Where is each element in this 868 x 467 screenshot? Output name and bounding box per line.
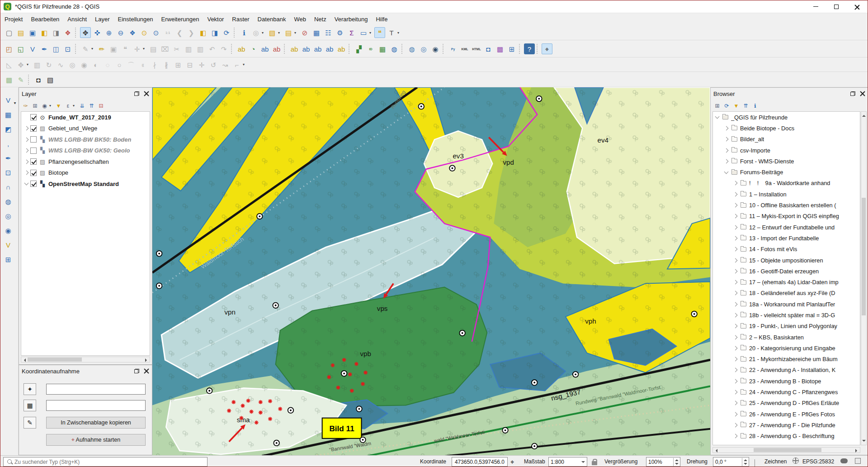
browser-row[interactable]: 10 - Offline Basiskarten erstellen ( (713, 200, 860, 210)
menu-einstellungen[interactable]: Einstellungen (114, 14, 157, 24)
expander-icon[interactable] (733, 379, 738, 383)
expander-icon[interactable] (733, 302, 738, 306)
expander-icon[interactable] (733, 434, 738, 438)
vertex-tool-dropdown-icon[interactable]: ▾ (143, 47, 147, 51)
text-annotation-dropdown-icon[interactable]: ▾ (397, 31, 401, 35)
id-tool-plugin-icon[interactable]: ID (365, 43, 376, 54)
spinner-arrows-icon[interactable] (673, 458, 679, 466)
browser-row[interactable]: ! ! 9a - Waldortkarte anhand (713, 178, 860, 189)
browser-vscrollbar[interactable] (861, 111, 867, 445)
pin-labels-icon[interactable]: ab (259, 43, 270, 54)
browser-row[interactable]: 21 - Mykorrhizabereiche um Bäum (713, 354, 860, 365)
expander-icon[interactable] (733, 368, 738, 372)
layer-row[interactable]: ▚WMS LGRB-BW BK50: Boden (21, 134, 150, 145)
layer-row[interactable]: ▨Pflanzengesellschaften (21, 156, 150, 167)
html-tools-icon[interactable]: HTML (471, 43, 482, 54)
maximize-button[interactable] (826, 0, 847, 13)
text-annotation-icon[interactable]: T (386, 27, 397, 38)
close-button[interactable] (847, 0, 868, 13)
expander-icon[interactable] (24, 171, 29, 175)
expand-all-icon[interactable]: ⇊ (78, 101, 86, 110)
move-feature-dropdown-icon[interactable]: ▾ (27, 62, 31, 67)
select-features-icon[interactable]: ▧ (267, 27, 278, 38)
close-panel-icon[interactable] (860, 91, 865, 96)
change-label-icon[interactable]: ab (336, 43, 347, 54)
current-edits-dropdown-icon[interactable]: ▾ (91, 47, 95, 51)
rotate-label-icon[interactable]: ab (324, 43, 335, 54)
osm-editor-icon[interactable]: ✎ (15, 74, 26, 85)
expander-icon[interactable] (733, 247, 738, 252)
manage-map-themes-icon[interactable]: ◉ (40, 101, 49, 110)
log-panel-icon[interactable] (855, 456, 861, 465)
layer-visibility-checkbox[interactable] (30, 148, 37, 154)
field-calculator-icon[interactable]: ☷ (323, 27, 334, 38)
add-selected-layers-icon[interactable]: ⊞ (713, 101, 722, 110)
browser-row[interactable]: Forst - WMS-Dienste (713, 156, 860, 167)
expander-icon[interactable] (733, 423, 738, 428)
menu-layer[interactable]: Layer (91, 14, 114, 24)
layer-row[interactable]: ▚WMS LGRB-BW GK50: Geolo (21, 145, 150, 157)
zoom-in-icon[interactable]: ⊕ (104, 27, 114, 38)
collapse-all-icon[interactable]: ⇈ (87, 101, 96, 110)
layout-manager-icon[interactable]: ◨ (51, 27, 61, 38)
refresh-map-icon[interactable]: ⟳ (221, 27, 232, 38)
menu-erweiterungen[interactable]: Erweiterungen (157, 14, 203, 24)
digitize-crosshair-icon[interactable]: ⌖ (542, 43, 552, 54)
menu-vektor[interactable]: Vektor (203, 14, 228, 24)
new-geopackage-layer-icon[interactable]: ◱ (15, 43, 26, 54)
add-spatialite-layer-icon[interactable]: ✒ (3, 152, 14, 163)
filter-legend-icon[interactable]: ▼ (54, 101, 63, 110)
coordinate-field-crs[interactable] (46, 384, 146, 395)
image-capture-icon[interactable]: ◘ (33, 74, 44, 85)
select-features-dropdown-icon[interactable]: ▾ (278, 31, 282, 35)
expander-icon[interactable] (24, 181, 29, 186)
crs-select-button[interactable]: ✦ (24, 383, 36, 395)
plugin-b-icon[interactable]: ▩ (495, 43, 505, 54)
minimize-button[interactable] (805, 0, 826, 13)
browser-row[interactable]: 28 - Anwendung G - Beschriftung (713, 431, 860, 442)
expander-icon[interactable] (733, 192, 738, 196)
expander-icon[interactable] (724, 126, 729, 130)
new-virtual-layer-icon[interactable]: ⊡ (62, 43, 73, 54)
add-virtual-layer-icon[interactable]: ⊡ (3, 167, 14, 178)
remove-layer-icon[interactable]: ⊟ (97, 101, 105, 110)
expander-icon[interactable] (724, 169, 729, 174)
bild11-annotation[interactable]: Bild 11 (322, 418, 362, 438)
layer-visibility-checkbox[interactable] (30, 114, 37, 120)
new-bookmark-icon[interactable]: ◧ (198, 27, 208, 38)
menu-netz[interactable]: Netz (310, 14, 330, 24)
metasearch-icon[interactable]: ◉ (430, 43, 441, 54)
browser-row[interactable]: Bilder_alt (713, 134, 860, 145)
expander-icon[interactable] (733, 258, 738, 262)
menu-hilfe[interactable]: Hilfe (372, 14, 392, 24)
start-capture-button[interactable]: ⌖ Aufnahme starten (46, 434, 146, 446)
layer-visibility-checkbox[interactable] (30, 170, 37, 176)
select-by-value-dropdown-icon[interactable]: ▾ (294, 31, 298, 35)
coordinate-field-map[interactable] (46, 400, 146, 411)
spinner-arrows-icon[interactable] (742, 458, 748, 466)
pin-unpin-labels-icon[interactable]: ab (289, 43, 300, 54)
plugin-a-icon[interactable]: ◘ (483, 43, 494, 54)
add-postgis-layer-icon[interactable]: ∩ (3, 181, 14, 192)
layer-row[interactable]: ▚OpenStreetMap Standard (21, 178, 150, 190)
lock-scale-icon[interactable] (592, 457, 597, 467)
layer-visibility-checkbox[interactable] (30, 125, 37, 132)
float-panel-icon[interactable] (850, 91, 855, 96)
epsg-status[interactable]: EPSG:25832 (802, 457, 834, 467)
menu-projekt[interactable]: Projekt (0, 14, 27, 24)
expander-icon[interactable] (733, 203, 738, 208)
browser-row[interactable]: 12 – Entwurf der Fundtabelle und (713, 222, 860, 233)
show-hide-labels-icon[interactable]: ab (301, 43, 311, 54)
select-by-value-icon[interactable]: ▤ (283, 27, 294, 38)
browser-row[interactable]: csv-Importe (713, 145, 860, 156)
browser-row[interactable]: 14 - Fotos mit eVis (713, 244, 860, 255)
deselect-features-icon[interactable]: ⊘ (299, 27, 310, 38)
expander-icon[interactable] (733, 280, 738, 285)
menu-web[interactable]: Web (290, 14, 310, 24)
mouse-track-icon[interactable]: ⌖ (510, 457, 514, 467)
menu-bearbeiten[interactable]: Bearbeiten (27, 14, 63, 24)
add-wfs-layer-icon[interactable]: ◉ (3, 225, 14, 236)
open-attribute-table-icon[interactable]: ▦ (311, 27, 322, 38)
map-canvas[interactable]: vpn vps vpb vpd ev3 ev4 vph sma nsg_1937… (152, 87, 710, 455)
expander-icon[interactable] (715, 114, 720, 119)
